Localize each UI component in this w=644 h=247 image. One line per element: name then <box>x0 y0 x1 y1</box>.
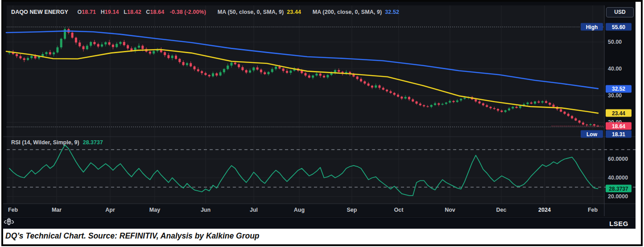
price-level-badge: 55.60 <box>606 23 632 31</box>
month-label: Dec <box>496 207 507 213</box>
close-value: 18.64 <box>150 9 164 15</box>
caption: DQ’s Technical Chart. Source: REFINITIV,… <box>3 229 641 244</box>
lseg-logo-text: LSEG <box>609 220 628 227</box>
month-label: Jul <box>250 207 258 213</box>
price-level-badge: 32.52 <box>606 85 632 92</box>
rsi-header: RSI (14, Wilder, Simple, 9)28.3737 <box>11 139 103 146</box>
month-label: Feb <box>8 207 18 213</box>
ma50-legend: MA (50, close, 0, SMA, 9) <box>218 9 284 15</box>
price-tick-label: 50.00 <box>608 39 622 45</box>
lseg-logo: LSEG <box>609 220 628 227</box>
technical-chart-figure: DAQO NEW ENERGY O18.71 H19.14 L18.42 C18… <box>0 0 644 247</box>
month-label: Mar <box>52 207 62 213</box>
low-value: 18.42 <box>127 9 141 15</box>
rsi-tick-label: 20.0000 <box>608 193 628 200</box>
ma200-legend: MA (200, close, 0, SMA, 9) <box>313 9 382 15</box>
lseg-crest-icon <box>3 218 15 226</box>
rsi-tick-label: 40.0000 <box>608 175 628 181</box>
month-label: Apr <box>105 207 115 213</box>
price-level-badge: 23.44 <box>606 109 632 117</box>
price-tick-label: 30.00 <box>608 92 622 99</box>
low-tag: Low <box>581 130 603 138</box>
month-label: Feb <box>588 207 598 213</box>
price-level-badge: 18.31 <box>606 130 632 138</box>
technical-chart-canvas <box>3 2 636 216</box>
month-label: 2024 <box>538 207 551 213</box>
price-level-badge: 18.64 <box>606 122 632 130</box>
rsi-value-badge: 28.3737 <box>606 185 632 193</box>
ma50-value: 23.44 <box>287 9 301 15</box>
chart-area: DAQO NEW ENERGY O18.71 H19.14 L18.42 C18… <box>3 2 636 229</box>
low-label: L <box>124 9 127 15</box>
month-label: May <box>149 207 160 213</box>
month-label: Jun <box>201 207 211 213</box>
ohlc-header: DAQO NEW ENERGY O18.71 H19.14 L18.42 C18… <box>11 9 399 15</box>
month-label: Oct <box>394 207 404 213</box>
currency-button[interactable]: USD <box>606 7 634 17</box>
rsi-tick-label: 60.0000 <box>608 156 628 162</box>
month-label: Sep <box>347 207 357 213</box>
lseg-attribution-bar: LSEG <box>3 217 636 229</box>
high-label: H <box>101 9 105 15</box>
high-tag: High <box>581 23 603 31</box>
rsi-legend: RSI (14, Wilder, Simple, 9) <box>11 139 79 146</box>
symbol-name: DAQO NEW ENERGY <box>11 9 68 15</box>
month-label: Nov <box>445 207 455 213</box>
month-label: Aug <box>294 207 305 213</box>
figure-border: DAQO NEW ENERGY O18.71 H19.14 L18.42 C18… <box>1 0 643 246</box>
ma200-value: 32.52 <box>385 9 399 15</box>
rsi-value: 28.3737 <box>83 139 103 146</box>
open-label: O <box>77 9 82 15</box>
high-value: 19.14 <box>105 9 119 15</box>
change-value: -0.38 (-2.00%) <box>170 9 206 15</box>
open-value: 18.71 <box>82 9 96 15</box>
price-tick-label: 40.00 <box>608 66 622 72</box>
